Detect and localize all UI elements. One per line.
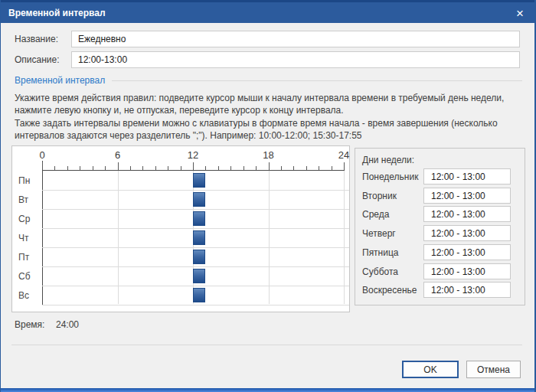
major-tick	[344, 162, 345, 170]
weekday-label: Понедельник	[362, 172, 418, 182]
major-tick	[42, 162, 43, 170]
section-title: Временной интервал	[15, 75, 105, 86]
minor-tick	[142, 166, 143, 170]
weekday-label: Пятница	[362, 247, 399, 258]
major-tick	[193, 162, 194, 170]
day-row-label: Пн	[18, 175, 30, 186]
minor-tick	[155, 166, 156, 170]
minor-tick	[319, 166, 319, 170]
weekday-time-input[interactable]	[423, 263, 511, 279]
instructions-paragraph-1: Укажите время действия правил: подведите…	[15, 92, 518, 116]
weekday-label: Суббота	[362, 266, 398, 277]
section-divider	[112, 80, 522, 81]
ok-button[interactable]: OK	[402, 361, 459, 378]
name-label: Название:	[15, 31, 58, 47]
name-input[interactable]	[71, 31, 520, 47]
weekday-time-input[interactable]	[423, 244, 511, 260]
time-block[interactable]	[193, 269, 205, 283]
week-panel-title: Дни недели:	[362, 155, 414, 165]
minor-tick	[105, 166, 106, 170]
description-input[interactable]	[71, 51, 520, 68]
hour-label: 6	[115, 149, 120, 161]
day-row-label: Пт	[18, 252, 29, 263]
minor-tick	[230, 166, 231, 170]
weekday-time-input[interactable]	[423, 206, 511, 222]
cancel-button[interactable]: Отмена	[466, 361, 521, 378]
major-tick	[118, 162, 119, 170]
weekday-time-input[interactable]	[423, 168, 511, 185]
minor-tick	[205, 166, 206, 170]
close-icon[interactable]: ×	[512, 6, 528, 19]
time-status-value: 24:00	[56, 319, 79, 330]
weekday-label: Среда	[362, 209, 389, 220]
time-block[interactable]	[193, 211, 205, 226]
hour-label: 18	[263, 149, 273, 161]
minor-tick	[80, 166, 80, 170]
weekday-label: Воскресенье	[362, 285, 417, 296]
time-block[interactable]	[193, 288, 205, 302]
minor-tick	[67, 166, 68, 170]
weekday-time-input[interactable]	[423, 188, 511, 204]
hour-label: 12	[188, 149, 198, 161]
time-interval-dialog: Временной интервал × Название: Описание:…	[0, 0, 536, 392]
minor-tick	[218, 166, 219, 170]
day-row-label: Чт	[18, 233, 29, 243]
weekday-label: Вторник	[362, 191, 397, 201]
time-block[interactable]	[193, 250, 205, 264]
minor-tick	[130, 166, 131, 170]
weekday-label: Четверг	[362, 228, 396, 239]
hour-label: 24	[338, 149, 349, 161]
minor-tick	[243, 166, 244, 170]
hour-label: 0	[39, 149, 44, 161]
minor-tick	[332, 166, 332, 170]
week-days-panel: Дни недели: ПонедельникВторникСредаЧетве…	[355, 148, 525, 305]
weekday-time-input[interactable]	[423, 282, 511, 298]
time-status-label: Время:	[15, 319, 44, 330]
title-bar: Временной интервал ×	[1, 0, 534, 23]
dialog-title: Временной интервал	[8, 8, 106, 18]
window-bottom-border	[1, 388, 534, 392]
day-row-label: Вт	[18, 194, 28, 205]
minor-tick	[256, 166, 257, 170]
weekday-time-input[interactable]	[423, 225, 511, 241]
day-row-label: Сб	[18, 271, 31, 282]
schedule-grid[interactable]: 06121824ПнВтСрЧтПтСбВс	[11, 145, 350, 312]
minor-tick	[93, 166, 93, 170]
time-block[interactable]	[193, 192, 205, 207]
day-row-label: Ср	[18, 214, 30, 224]
day-row-label: Вс	[18, 290, 29, 301]
time-block[interactable]	[193, 173, 205, 188]
minor-tick	[293, 166, 294, 170]
minor-tick	[181, 166, 181, 170]
footer-divider	[11, 345, 522, 345]
section-header: Временной интервал	[15, 75, 522, 86]
minor-tick	[281, 166, 282, 170]
minor-tick	[306, 166, 307, 170]
minor-tick	[168, 166, 168, 170]
description-label: Описание:	[15, 51, 60, 68]
major-tick	[269, 162, 270, 170]
minor-tick	[54, 166, 55, 170]
time-block[interactable]	[193, 230, 205, 245]
instructions-paragraph-2: Также задать интервалы времени можно с к…	[15, 117, 518, 142]
